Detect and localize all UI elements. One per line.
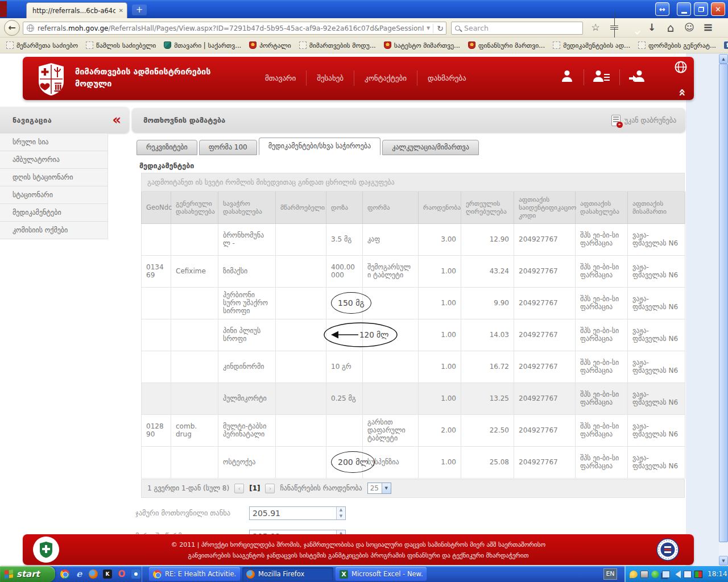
tray-network-icon[interactable]	[662, 571, 670, 578]
column-header[interactable]: გენერიული დასახელება	[171, 192, 218, 223]
content-tab[interactable]: კალკულაცია/მიმართვა	[382, 140, 479, 155]
back-button[interactable]: ←	[4, 20, 20, 36]
tray-volume-icon[interactable]	[673, 571, 681, 578]
bookmark-item[interactable]: მიმართვების მოდუ...	[296, 40, 379, 51]
go-back-button[interactable]: უკან დაბრუნება	[611, 115, 685, 126]
tray-printer-icon[interactable]	[640, 571, 648, 578]
restore-button[interactable]	[694, 2, 708, 16]
bookmark-item[interactable]: პორტალი	[246, 40, 294, 51]
column-header[interactable]: აფთიაქის მისამართი	[628, 192, 685, 223]
tab-close-icon[interactable]: ✕	[119, 7, 123, 14]
toolbar-icons: ☆ ↓ ⌂ ☺ ≡	[588, 18, 725, 37]
bookmark-item[interactable]: წამლის საძიებელი	[83, 40, 159, 51]
pagination-info: 1 გვერდი 1-დან (სულ 8)	[147, 484, 229, 492]
tray-update-icon[interactable]	[651, 571, 659, 578]
column-header[interactable]: რაოდენობა	[419, 192, 461, 223]
close-button[interactable]: ✕	[711, 2, 725, 16]
column-header[interactable]: ფორმა	[363, 192, 419, 223]
reload-icon[interactable]: ↻	[433, 24, 444, 33]
scroll-top-icon[interactable]: «	[675, 88, 689, 95]
spinner-buttons[interactable]: ▲▼	[336, 507, 345, 519]
new-tab-button[interactable]: +	[132, 5, 147, 15]
sidebar-item[interactable]: ამბულატორია	[0, 151, 108, 169]
sidebar-item[interactable]: სრული სია	[0, 134, 108, 151]
content-tab[interactable]: ფორმა 100	[199, 140, 257, 155]
cell-address: ვაჟა-ფშაველას N6	[628, 223, 685, 255]
taskbar-task[interactable]: Mozilla Firefox	[242, 567, 333, 581]
tray-app-icon[interactable]	[684, 571, 692, 578]
language-indicator[interactable]: EN	[603, 568, 617, 580]
logout-icon[interactable]	[619, 69, 655, 85]
tray-messenger-icon[interactable]	[630, 571, 638, 578]
taskbar-task[interactable]: RE: E Health Activitie...	[149, 567, 240, 581]
page-size-select[interactable]: 25 ▼	[367, 483, 391, 494]
taskbar: start e K O RE: E Health Activitie...Moz…	[0, 566, 728, 582]
url-bar[interactable]: referrals.moh.gov.ge/ReferralsHall/Pages…	[23, 22, 446, 35]
content-tab[interactable]: რეკვიზიტები	[136, 140, 197, 155]
bookmark-item[interactable]: მეწარმეთა საძიებო	[3, 40, 81, 51]
menu-hamburger-icon[interactable]: ≡	[703, 22, 713, 34]
cell-qty: 1.00	[419, 351, 461, 383]
scrollbar-thumb[interactable]	[719, 64, 728, 542]
bookmark-item[interactable]: მედიკამენტების ად...	[550, 40, 633, 51]
messenger-icon[interactable]	[131, 569, 140, 579]
column-header[interactable]: GeoNdc	[142, 192, 171, 223]
bookmark-item[interactable]: ფორმების გენერატ...	[635, 40, 719, 51]
tray-display-icon[interactable]	[694, 571, 702, 578]
downloads-icon[interactable]: ↓	[647, 23, 657, 32]
column-header[interactable]: აფთიაქის დასახელება	[576, 192, 628, 223]
browser-tab[interactable]: http://referrals...6cb-a64c6078eb1a ✕	[26, 2, 127, 18]
scroll-down-icon[interactable]: ▼	[719, 556, 728, 566]
home-icon[interactable]: ⌂	[665, 22, 676, 34]
search-box[interactable]	[451, 22, 583, 35]
next-page-button[interactable]: ›	[265, 484, 275, 493]
cell-generic	[171, 287, 218, 319]
content-tab[interactable]: მედიკამენტები/სხვა საჭიროება	[259, 138, 380, 155]
taskbar-task[interactable]: XMicrosoft Excel - New...	[336, 567, 427, 581]
chrome-icon[interactable]	[60, 569, 69, 579]
sidebar-item[interactable]: კომისიის ოქმები	[0, 222, 108, 239]
scroll-up-icon[interactable]: ▲	[719, 54, 728, 64]
site-nav-link[interactable]: დახმარება	[417, 70, 477, 86]
tab-scroll-icon[interactable]: ↔	[655, 2, 669, 16]
user-list-icon[interactable]	[584, 69, 619, 85]
page-margin	[686, 53, 719, 566]
bookmark-item[interactable]: სატესტო მიმართვე...	[381, 40, 463, 51]
sidebar-collapse-icon[interactable]: «	[112, 113, 129, 127]
site-identity-icon[interactable]	[27, 24, 34, 32]
column-header[interactable]: მწარმოებელი	[276, 192, 326, 223]
internet-explorer-icon[interactable]: e	[75, 569, 84, 579]
bookmark-item[interactable]: ფინანსური მართვი...	[465, 40, 548, 51]
sidebar-item[interactable]: სტაციონარი	[0, 186, 108, 204]
site-nav-link[interactable]: შესახებ	[306, 70, 354, 86]
language-globe-icon[interactable]	[675, 61, 687, 73]
cell-price: 13.25	[461, 383, 514, 414]
site-nav-link[interactable]: მთავარი	[255, 70, 306, 86]
page-title: მოთხოვნის დამატება	[132, 116, 611, 124]
bookmark-star-icon[interactable]: ☆	[590, 23, 601, 32]
prev-page-button[interactable]: ‹	[234, 484, 244, 493]
opera-icon[interactable]: O	[117, 569, 126, 579]
sidebar-item[interactable]: მედიკამენტები	[0, 204, 108, 222]
bookmark-item[interactable]: მთავარი | საქართვ...	[161, 40, 244, 51]
search-icon	[455, 26, 460, 31]
minimize-button[interactable]	[677, 2, 691, 16]
profile-icon[interactable]	[551, 69, 584, 85]
table-row: პულმიკორტი0.25 მგ1.0013.25204927767შპს ე…	[142, 383, 685, 414]
column-header[interactable]: აფთიაქის საიდენტიფიკაციო კოდი	[514, 192, 576, 223]
cell-code: 204927767	[514, 319, 576, 351]
start-button[interactable]: start	[0, 566, 55, 582]
sidebar-item[interactable]: დღის სტაციონარი	[0, 169, 108, 186]
vertical-scrollbar[interactable]: ▲ ▼	[719, 53, 728, 566]
search-input[interactable]	[464, 24, 579, 32]
total-requested-input[interactable]	[249, 506, 346, 520]
column-header[interactable]: სავაჭრო დასახელება	[218, 192, 276, 223]
feedback-smiley-icon[interactable]: ☺	[684, 23, 694, 32]
kmplayer-icon[interactable]: K	[103, 569, 112, 579]
firefox-icon[interactable]	[89, 569, 98, 579]
bookmark-item[interactable]: ffb.com	[721, 40, 728, 51]
site-nav-link[interactable]: კონტაქტები	[354, 70, 417, 86]
column-header[interactable]: ერთეულის ღირებულება	[461, 192, 514, 223]
url-dropdown-icon[interactable]: ▼	[427, 26, 430, 31]
column-header[interactable]: დოზა	[326, 192, 363, 223]
